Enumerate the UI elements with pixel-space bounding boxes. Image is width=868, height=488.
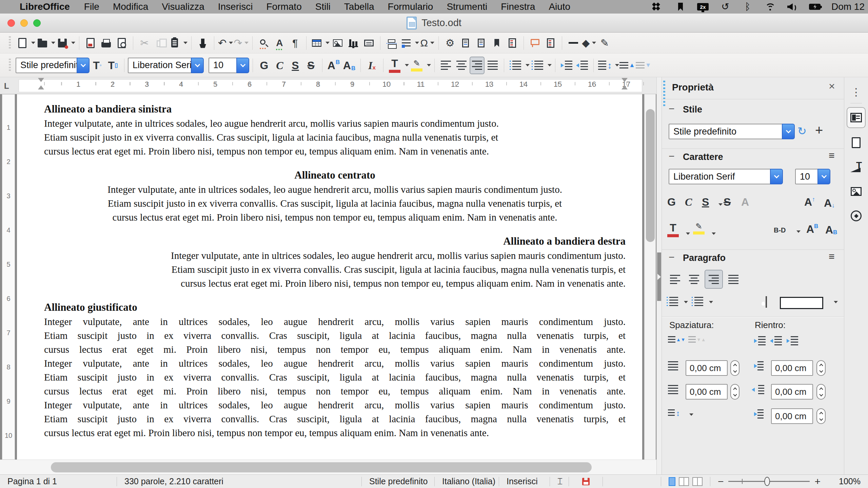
indent-marker-top[interactable]	[38, 78, 44, 82]
tab-page[interactable]	[847, 132, 866, 153]
sidebar-font-size-combo[interactable]: 10	[795, 169, 830, 184]
doc-line[interactable]: cursus lectus erat eget mi. Proin libero…	[44, 144, 626, 158]
tab-navigator[interactable]	[847, 205, 866, 226]
zoom-out-button[interactable]: −	[718, 476, 724, 487]
section-stile-header[interactable]: Stile	[683, 104, 702, 115]
menu-stili[interactable]: Stili	[315, 1, 331, 12]
menu-modifica[interactable]: Modifica	[113, 1, 148, 12]
paste-button[interactable]	[168, 34, 188, 52]
update-style-icon[interactable]: ↻	[797, 125, 807, 138]
align-center-button[interactable]	[454, 57, 469, 74]
insert-textbox-button[interactable]	[361, 34, 376, 52]
section-paragrafo-header[interactable]: Paragrafo	[683, 253, 726, 263]
new-document-button[interactable]	[16, 34, 35, 52]
hide-sidebar-handle[interactable]	[657, 252, 661, 301]
doc-line[interactable]: cursus lectus erat eget mi. Proin libero…	[44, 384, 626, 398]
doc-line[interactable]: Integer vulputate, ante in ultrices soda…	[44, 249, 626, 263]
insert-image-button[interactable]	[330, 34, 345, 52]
sidebar-align-left-button[interactable]	[667, 271, 684, 287]
menu-file[interactable]: File	[84, 1, 99, 12]
display-2x-icon[interactable]: 2x	[697, 1, 709, 13]
insert-section-button[interactable]: ⚙	[442, 34, 457, 52]
selection-mode-icon[interactable]: ⌶	[550, 477, 569, 486]
sidebar-splitter[interactable]	[656, 77, 662, 474]
menu-tabella[interactable]: Tabella	[344, 1, 374, 12]
increase-font-size-button[interactable]: A↑	[804, 197, 815, 207]
italic-button[interactable]: C	[272, 57, 287, 74]
increase-paragraph-spacing-button[interactable]: ▲	[619, 57, 635, 74]
insert-table-button[interactable]	[310, 34, 330, 52]
menu-formulario[interactable]: Formulario	[388, 1, 433, 12]
special-character-button[interactable]: Ω	[420, 34, 435, 52]
increase-indent-button[interactable]	[559, 57, 574, 74]
sidebar-font-color-dropdown[interactable]	[686, 232, 690, 235]
doc-heading[interactable]: Allineato a bandiera destra	[44, 234, 626, 249]
book-view-button[interactable]	[692, 477, 703, 486]
zoom-level-status[interactable]: 100%	[828, 477, 868, 486]
export-pdf-button[interactable]	[83, 34, 98, 52]
horizontal-scrollbar-thumb[interactable]	[51, 462, 592, 472]
sidebar-superscript-button[interactable]: AB	[806, 224, 818, 235]
highlight-color-button[interactable]: ✎	[409, 57, 424, 74]
doc-line[interactable]: Integer vulputate, ante in ultrices soda…	[44, 117, 626, 130]
bluetooth-icon[interactable]: ᛒ	[742, 1, 753, 13]
unordered-list-dropdown[interactable]	[526, 64, 530, 66]
formatting-marks-button[interactable]: ¶	[288, 34, 302, 52]
subscript-button[interactable]: AB	[342, 57, 357, 74]
save-button[interactable]	[56, 34, 75, 52]
insert-footnote-button[interactable]	[458, 34, 473, 52]
vertical-scrollbar[interactable]	[644, 94, 656, 460]
decrease-indent-button[interactable]	[770, 336, 782, 345]
track-changes-button[interactable]	[543, 34, 558, 52]
superscript-button[interactable]: AB	[326, 57, 341, 74]
print-button[interactable]	[99, 34, 114, 52]
ordered-list-button[interactable]	[530, 57, 545, 74]
sidebar-ordered-list-button[interactable]	[692, 297, 703, 306]
sidebar-underline-button[interactable]: S	[702, 197, 709, 207]
indent-first-line-field[interactable]: 0,00 cm	[771, 408, 813, 424]
doc-line[interactable]: Integer vulputate, ante in ultrices soda…	[44, 398, 626, 412]
page-style-status[interactable]: Stile predefinito	[362, 477, 435, 486]
increase-indent-button[interactable]	[754, 336, 766, 345]
font-color-dropdown[interactable]	[405, 64, 409, 66]
sidebar-unordered-list-dropdown[interactable]	[684, 301, 688, 303]
highlight-color-dropdown[interactable]	[427, 64, 431, 66]
doc-line[interactable]: Etiam suscipit justo in ex viverra conva…	[44, 412, 626, 426]
tab-gallery[interactable]	[847, 181, 866, 202]
document-page[interactable]: Allineato a bandiera sinistra Integer vu…	[17, 94, 642, 460]
align-right-button[interactable]	[470, 57, 485, 74]
sidebar-align-justified-button[interactable]	[725, 271, 742, 287]
language-status[interactable]: Italiano (Italia)	[435, 477, 499, 486]
doc-heading[interactable]: Allineato centrato	[44, 168, 626, 183]
sidebar-align-center-button[interactable]	[686, 271, 703, 287]
toolbar-grip[interactable]	[9, 36, 11, 50]
section-menu-icon[interactable]: ≡	[829, 251, 835, 262]
indent-before-field[interactable]: 0,00 cm	[771, 360, 813, 376]
single-page-view-button[interactable]	[669, 477, 675, 486]
menu-visualizza[interactable]: Visualizza	[162, 1, 204, 12]
doc-line[interactable]: Etiam suscipit justo in ex viverra conva…	[44, 197, 626, 210]
increase-paragraph-spacing-button[interactable]: ▲▼	[668, 336, 686, 343]
redo-button[interactable]: ↷	[234, 34, 249, 52]
sidebar-align-right-button[interactable]	[705, 270, 723, 289]
time-machine-icon[interactable]: ↺	[719, 1, 731, 13]
close-window-button[interactable]	[7, 19, 15, 27]
bookmark-icon[interactable]	[675, 1, 686, 13]
menu-formato[interactable]: Formato	[266, 1, 301, 12]
spellcheck-button[interactable]: A	[272, 34, 287, 52]
paragraph-background-swatch[interactable]	[780, 297, 823, 309]
indent-after-field[interactable]: 0,00 cm	[771, 384, 813, 400]
zoom-in-button[interactable]: +	[814, 476, 821, 487]
insert-line-button[interactable]	[566, 34, 581, 52]
unsaved-changes-icon[interactable]	[569, 477, 603, 486]
show-draw-functions-button[interactable]: ✎	[597, 34, 612, 52]
wifi-icon[interactable]	[764, 1, 776, 13]
indent-first-line-spinner[interactable]	[816, 408, 826, 424]
new-style-button[interactable]: T▯	[105, 57, 120, 74]
decrease-paragraph-spacing-button[interactable]: ▼	[636, 57, 651, 74]
doc-line[interactable]: cursus lectus erat eget mi. Proin libero…	[44, 210, 626, 224]
copy-button[interactable]	[153, 34, 167, 52]
doc-heading[interactable]: Allineato giustificato	[44, 300, 626, 315]
insert-field-button[interactable]	[400, 34, 419, 52]
switch-indent-button[interactable]	[787, 336, 798, 345]
